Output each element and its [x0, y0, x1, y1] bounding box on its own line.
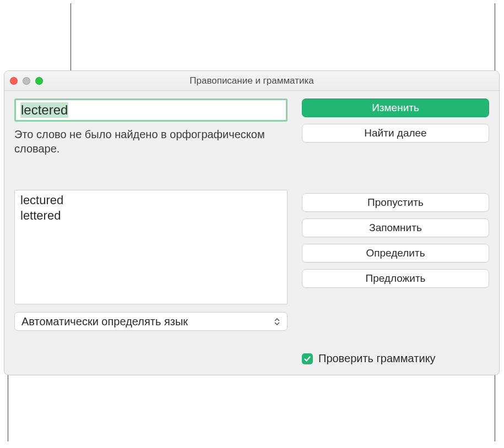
spelling-window: Правописание и грамматика lectered Это с… — [4, 70, 500, 375]
find-next-button[interactable]: Найти далее — [302, 124, 489, 143]
minimize-icon[interactable] — [23, 77, 30, 85]
ignore-button[interactable]: Пропустить — [302, 193, 489, 212]
window-controls — [10, 71, 43, 91]
status-text: Это слово не было найдено в орфографичес… — [14, 127, 288, 156]
define-button[interactable]: Определить — [302, 244, 489, 263]
misspelled-word-value: lectered — [20, 102, 68, 118]
suggestions-list[interactable]: lectured lettered — [14, 190, 288, 304]
list-item[interactable]: lectured — [19, 193, 283, 208]
grammar-check-row: Проверить грамматику — [302, 348, 489, 365]
language-select[interactable]: Автоматически определять язык — [14, 312, 288, 331]
language-select-value: Автоматически определять язык — [21, 315, 188, 328]
chevron-updown-icon — [270, 314, 284, 329]
spacer — [302, 149, 489, 187]
list-item[interactable]: lettered — [19, 208, 283, 223]
grammar-checkbox[interactable] — [302, 353, 313, 364]
grammar-checkbox-label: Проверить грамматику — [318, 352, 436, 365]
change-button[interactable]: Изменить — [302, 99, 489, 117]
zoom-icon[interactable] — [35, 77, 43, 85]
window-title: Правописание и грамматика — [189, 75, 313, 86]
check-icon — [304, 355, 311, 363]
misspelled-word-field[interactable]: lectered — [14, 99, 288, 122]
guess-button[interactable]: Предложить — [302, 269, 489, 288]
close-icon[interactable] — [10, 77, 18, 85]
titlebar: Правописание и грамматика — [4, 71, 499, 91]
learn-button[interactable]: Запомнить — [302, 218, 489, 237]
